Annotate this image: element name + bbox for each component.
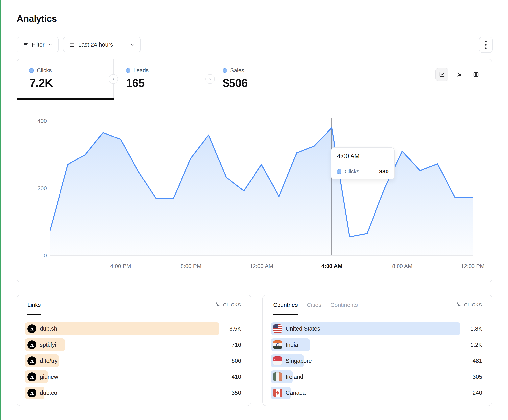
row-content: git.new — [27, 370, 58, 383]
row-content: dub.sh — [27, 322, 57, 335]
area-fill — [50, 128, 473, 255]
row-content: spti.fyi — [27, 338, 56, 351]
filter-button[interactable]: Filter — [17, 37, 59, 52]
clicks-count: 3.5K — [219, 326, 241, 332]
link-label: dub.sh — [40, 326, 57, 332]
stat-tab-leads[interactable]: Leads 165 — [113, 59, 210, 99]
tooltip-time: 4:00 AM — [331, 148, 394, 164]
country-label: India — [286, 341, 298, 348]
clicks-count: 716 — [219, 341, 241, 348]
line-chart-view-button[interactable] — [435, 68, 448, 81]
chevron-down-icon — [48, 42, 53, 47]
link-favicon — [27, 372, 36, 381]
kebab-dot — [485, 44, 486, 46]
countries-metric-switcher[interactable]: CLICKS — [456, 302, 482, 308]
bar-track: United States — [271, 322, 460, 335]
tab-links[interactable]: Links — [27, 295, 41, 315]
funnel-chart-icon — [456, 71, 462, 78]
link-favicon — [27, 340, 36, 349]
funnel-chart-view-button[interactable] — [452, 68, 466, 81]
chart-tooltip: 4:00 AM Clicks 380 — [331, 147, 395, 180]
table-view-button[interactable] — [470, 68, 483, 81]
more-options-button[interactable] — [479, 37, 493, 53]
tooltip-metric-label: Clicks — [344, 168, 359, 175]
country-label: United States — [286, 326, 320, 332]
clicks-count: 1.2K — [460, 341, 482, 348]
row-content: dub.co — [27, 386, 57, 399]
ie-flag-icon — [273, 372, 282, 381]
country-label: Ireland — [286, 374, 303, 380]
clicks-legend-swatch — [29, 68, 34, 72]
expand-clicks-leads-button[interactable] — [109, 74, 118, 84]
bar-track: git.new — [25, 370, 219, 383]
cursor-click-icon — [456, 302, 462, 308]
clicks-count: 350 — [219, 390, 241, 396]
stats-row: Clicks 7.2K Leads 165 Sales $506 — [17, 59, 492, 99]
links-panel-header: Links CLICKS — [17, 295, 251, 315]
active-stat-underline — [17, 98, 114, 100]
link-favicon — [27, 389, 36, 398]
list-item[interactable]: United States1.8K — [271, 322, 482, 335]
leads-legend-swatch — [126, 68, 130, 72]
links-metric-switcher[interactable]: CLICKS — [215, 302, 241, 308]
link-label: dub.co — [40, 390, 57, 396]
list-item[interactable]: Canada240 — [271, 386, 482, 399]
table-grid-icon — [473, 71, 479, 78]
tab-cities[interactable]: Cities — [307, 295, 321, 315]
left-accent-border — [0, 0, 1, 420]
row-content: Canada — [273, 386, 306, 399]
bar-track: India — [271, 338, 460, 351]
list-item[interactable]: Ireland305 — [271, 370, 482, 383]
bar-track: Ireland — [271, 370, 460, 383]
x-axis-tick-label: 12:00 AM — [250, 263, 273, 269]
list-item[interactable]: d.to/try606 — [25, 355, 241, 367]
list-item[interactable]: spti.fyi716 — [25, 338, 241, 351]
link-favicon — [27, 324, 36, 333]
row-content: d.to/try — [27, 355, 58, 367]
y-axis-tick-label: 400 — [37, 118, 47, 124]
chart-view-switcher — [435, 68, 483, 81]
row-content: India — [273, 338, 298, 351]
stat-tab-clicks[interactable]: Clicks 7.2K — [17, 59, 113, 99]
sales-legend-swatch — [223, 68, 227, 72]
row-content: Singapore — [273, 355, 312, 367]
countries-list: United States1.8KIndia1.2KSingapore481Ir… — [263, 315, 492, 399]
line-chart-icon — [439, 71, 445, 78]
bar-track: dub.co — [25, 386, 219, 399]
clicks-area-chart[interactable]: 02004004:00 PM8:00 PM12:00 AM4:00 AM8:00… — [17, 99, 492, 282]
tab-countries[interactable]: Countries — [273, 295, 298, 315]
list-item[interactable]: India1.2K — [271, 338, 482, 351]
ca-flag-icon — [273, 389, 282, 398]
bar-track: Singapore — [271, 355, 460, 367]
row-content: Ireland — [273, 370, 303, 383]
clicks-count: 606 — [219, 358, 241, 364]
in-flag-icon — [273, 340, 282, 349]
tab-continents[interactable]: Continents — [330, 295, 358, 315]
link-favicon — [27, 356, 36, 365]
list-item[interactable]: dub.sh3.5K — [25, 322, 241, 335]
stat-label: Clicks — [37, 67, 52, 73]
expand-leads-sales-button[interactable] — [205, 74, 215, 84]
row-content: United States — [273, 322, 320, 335]
countries-panel-header: Countries Cities Continents CLICKS — [263, 295, 492, 315]
stat-label: Leads — [134, 67, 149, 73]
metric-label: CLICKS — [223, 302, 241, 308]
clicks-count: 481 — [460, 358, 482, 364]
date-range-button[interactable]: Last 24 hours — [63, 37, 141, 52]
page-title: Analytics — [17, 13, 57, 24]
x-axis-tick-label: 4:00 PM — [110, 263, 131, 269]
list-item[interactable]: git.new410 — [25, 370, 241, 383]
link-label: git.new — [40, 374, 58, 380]
leads-count: 165 — [126, 76, 210, 90]
clicks-count: 7.2K — [29, 76, 113, 90]
chart-canvas[interactable]: 02004004:00 PM8:00 PM12:00 AM4:00 AM8:00… — [17, 99, 492, 282]
cursor-click-icon — [215, 302, 221, 308]
chevron-down-icon — [130, 42, 135, 47]
filter-icon — [22, 42, 29, 48]
list-item[interactable]: Singapore481 — [271, 355, 482, 367]
kebab-dot — [485, 41, 486, 42]
list-item[interactable]: dub.co350 — [25, 386, 241, 399]
stat-label: Sales — [230, 67, 244, 73]
clicks-count: 1.8K — [460, 326, 482, 332]
kebab-dot — [485, 47, 486, 49]
